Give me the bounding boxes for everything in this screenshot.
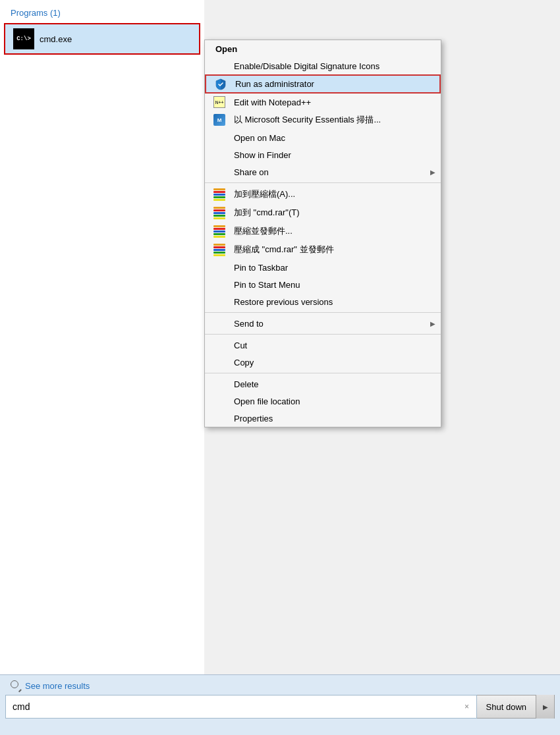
search-input-box[interactable]: cmd ×	[5, 695, 477, 719]
ctx-delete[interactable]: Delete	[205, 375, 441, 393]
start-menu: Programs (1) cmd.exe Open Enable/Disable…	[0, 0, 560, 735]
share-on-arrow: ▶	[430, 169, 435, 176]
separator-4	[205, 373, 441, 373]
separator-3	[205, 334, 441, 335]
shutdown-label: Shut down	[477, 702, 536, 712]
ctx-open-mac[interactable]: Open on Mac	[205, 129, 441, 146]
ctx-open[interactable]: Open	[205, 40, 441, 57]
ctx-compress-email[interactable]: 壓縮並發郵件...	[205, 222, 441, 240]
search-input-value: cmd	[13, 701, 30, 712]
see-more-link[interactable]: See more results	[25, 681, 90, 691]
rar-icon-4	[211, 242, 227, 258]
ctx-run-as-admin[interactable]: Run as administrator	[205, 74, 441, 94]
ctx-enable-disable-sig[interactable]: Enable/Disable Digital Signature Icons	[205, 57, 441, 74]
ctx-open-file-loc[interactable]: Open file location	[205, 393, 441, 410]
separator-2	[205, 312, 441, 313]
ctx-compress-cmd-email[interactable]: 壓縮成 "cmd.rar" 並發郵件	[205, 240, 441, 259]
ctx-properties[interactable]: Properties	[205, 410, 441, 427]
ctx-copy[interactable]: Copy	[205, 354, 441, 371]
shutdown-arrow[interactable]: ▶	[536, 695, 554, 719]
search-bar-row: cmd × Shut down ▶	[0, 695, 560, 719]
rar-icon-2	[211, 205, 227, 221]
ctx-send-to[interactable]: Send to ▶	[205, 315, 441, 332]
ctx-pin-taskbar[interactable]: Pin to Taskbar	[205, 259, 441, 276]
ctx-pin-start[interactable]: Pin to Start Menu	[205, 276, 441, 293]
search-area: See more results cmd × Shut down ▶	[0, 674, 560, 735]
notepad-icon: N++	[211, 94, 227, 110]
mse-icon: M	[211, 112, 227, 128]
see-more-results-row: See more results	[0, 675, 560, 695]
program-item-cmd[interactable]: cmd.exe	[4, 23, 200, 55]
ctx-add-cmd-rar[interactable]: 加到 "cmd.rar"(T)	[205, 204, 441, 222]
send-to-arrow: ▶	[430, 320, 435, 327]
ctx-add-archive[interactable]: 加到壓縮檔(A)...	[205, 185, 441, 204]
ctx-show-finder[interactable]: Show in Finder	[205, 146, 441, 163]
cmd-icon	[13, 28, 34, 49]
ctx-mse-scan[interactable]: M 以 Microsoft Security Essentials 掃描...	[205, 111, 441, 129]
left-panel: Programs (1) cmd.exe	[0, 0, 204, 735]
ctx-edit-notepad[interactable]: N++ Edit with Notepad++	[205, 94, 441, 111]
search-icon	[11, 680, 21, 691]
rar-icon-3	[211, 223, 227, 239]
shutdown-button[interactable]: Shut down ▶	[477, 695, 555, 719]
programs-header: Programs (1)	[0, 0, 204, 22]
rar-icon-1	[211, 186, 227, 202]
ctx-restore-prev[interactable]: Restore previous versions	[205, 293, 441, 310]
separator-1	[205, 182, 441, 183]
ctx-cut[interactable]: Cut	[205, 337, 441, 354]
context-menu: Open Enable/Disable Digital Signature Ic…	[204, 40, 441, 427]
program-name-cmd: cmd.exe	[40, 34, 72, 44]
clear-button[interactable]: ×	[462, 701, 472, 712]
ctx-share-on[interactable]: Share on ▶	[205, 163, 441, 180]
shield-icon	[213, 76, 229, 92]
